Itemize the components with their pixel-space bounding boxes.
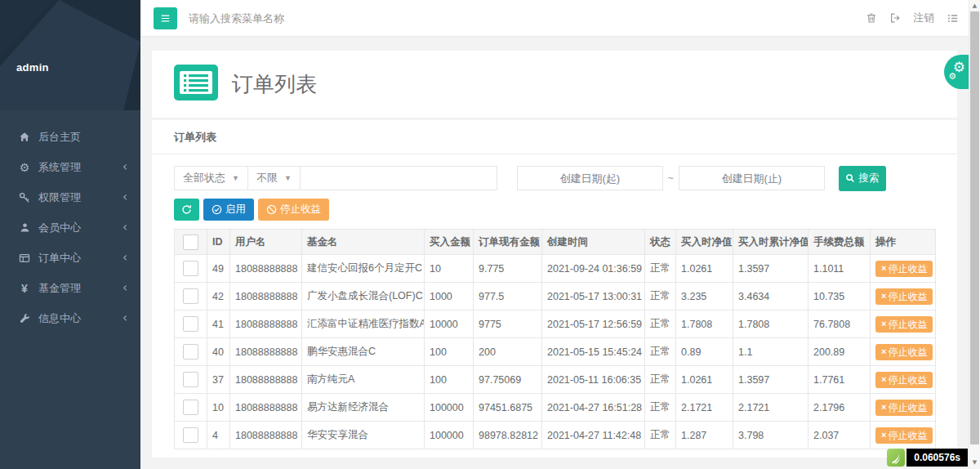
row-checkbox-cell	[175, 394, 207, 422]
cell-fund: 南方纯元A	[302, 366, 425, 394]
scrollbar-down-arrow[interactable]: ▼	[969, 459, 980, 466]
stop-income-label: 停止收益	[888, 403, 927, 413]
user-icon	[18, 222, 31, 233]
cell-fund: 鹏华安惠混合C	[302, 338, 425, 366]
row-checkbox-cell	[175, 310, 207, 338]
stop-income-bulk-button[interactable]: 停止收益	[258, 199, 329, 221]
sign-out-icon[interactable]	[889, 12, 901, 24]
status-select[interactable]: 全部状态 ▼	[174, 166, 248, 190]
row-checkbox[interactable]	[183, 372, 198, 387]
cell-current_amount: 977.5	[474, 283, 542, 310]
cell-buy_amount: 100000	[425, 422, 474, 449]
scrollbar-thumb[interactable]	[970, 11, 979, 444]
stop-income-button[interactable]: ×停止收益	[875, 316, 933, 333]
cell-current_amount: 97.75069	[474, 366, 542, 394]
cell-id: 42	[207, 283, 230, 310]
column-header: 创建时间	[542, 230, 645, 255]
stop-income-button[interactable]: ×停止收益	[875, 261, 933, 277]
scrollbar-up-arrow[interactable]: ▲	[969, 2, 980, 9]
sidebar-item-label: 系统管理	[38, 160, 122, 175]
cogs-icon: ⚙	[18, 161, 31, 174]
cell-buy_amount: 100	[425, 366, 474, 394]
range-select[interactable]: 不限 ▼	[247, 166, 301, 190]
date-end-input[interactable]	[679, 166, 825, 190]
sidebar-item-label: 权限管理	[38, 190, 122, 205]
range-select-value: 不限	[256, 171, 278, 185]
row-checkbox[interactable]	[183, 400, 198, 415]
cell-current_amount: 98978.82812	[474, 422, 542, 449]
stop-income-button[interactable]: ×停止收益	[875, 400, 933, 416]
enable-button-label: 启用	[225, 203, 246, 217]
stop-income-button[interactable]: ×停止收益	[875, 344, 933, 360]
sidebar-item-label: 信息中心	[38, 311, 122, 326]
cell-fee: 2.037	[808, 422, 871, 449]
yen-icon: ¥	[18, 282, 31, 295]
cell-buy_amount: 1000	[425, 283, 474, 310]
column-header: 买入时净值	[676, 230, 733, 255]
keyword-input[interactable]	[300, 166, 497, 190]
search-button[interactable]: 搜索	[839, 166, 886, 191]
sidebar-item-7[interactable]: 信息中心‹	[0, 303, 140, 333]
stop-income-button[interactable]: ×停止收益	[875, 288, 933, 305]
stop-income-button[interactable]: ×停止收益	[875, 427, 933, 444]
sidebar-item-4[interactable]: 会员中心‹	[0, 212, 140, 243]
sidebar-item-3[interactable]: 权限管理‹	[0, 182, 140, 212]
column-header: 买入时累计净值	[733, 230, 808, 255]
sidebar-item-2[interactable]: ⚙系统管理‹	[0, 152, 140, 182]
row-checkbox[interactable]	[183, 344, 198, 360]
x-icon: ×	[881, 319, 886, 328]
cell-id: 37	[207, 366, 230, 394]
cell-nav: 1.7808	[676, 310, 733, 338]
sidebar-item-5[interactable]: 订单中心‹	[0, 243, 140, 273]
cell-created: 2021-04-27 16:51:28	[542, 394, 645, 422]
cell-id: 40	[207, 338, 230, 366]
chevron-left-icon: ‹	[122, 312, 127, 324]
cell-nav: 2.1721	[676, 394, 733, 422]
table-row: 4018088888888鹏华安惠混合C1002002021-05-15 15:…	[175, 338, 936, 366]
row-checkbox[interactable]	[183, 261, 198, 276]
enable-button[interactable]: 启用	[203, 199, 254, 221]
row-checkbox[interactable]	[183, 288, 198, 304]
cell-created: 2021-04-27 11:42:48	[542, 422, 645, 449]
cell-action: ×停止收益	[871, 255, 936, 283]
row-checkbox-cell	[175, 338, 207, 366]
table-row: 4918088888888建信安心回报6个月定开C109.7752021-09-…	[175, 255, 936, 283]
x-icon: ×	[881, 403, 886, 412]
cell-fund: 汇添富中证精准医疗指数A	[302, 310, 425, 338]
sidebar-item-label: 后台主页	[38, 130, 127, 145]
column-header: 用户名	[230, 230, 302, 255]
cell-username: 18088888888	[230, 366, 302, 394]
row-checkbox[interactable]	[183, 316, 198, 332]
sidebar-item-1[interactable]: 后台主页	[0, 122, 140, 152]
x-icon: ×	[881, 431, 886, 440]
cell-created: 2021-05-15 15:45:24	[542, 338, 645, 366]
chevron-down-icon: ▼	[284, 174, 292, 182]
order-list-panel: 订单列表 全部状态 ▼ 不限 ▼ ~ 搜索 启用 停止收益	[152, 120, 957, 458]
menu-search-input[interactable]	[187, 11, 452, 25]
logout-link[interactable]: 注销	[913, 11, 934, 25]
table-row: 418088888888华安安享混合10000098978.828122021-…	[175, 422, 936, 449]
ban-icon	[266, 204, 277, 215]
thinkphp-logo-icon[interactable]	[887, 449, 905, 467]
page-load-time-badge[interactable]: 0.060576s	[906, 449, 968, 467]
select-all-checkbox[interactable]	[183, 234, 198, 250]
stop-income-button[interactable]: ×停止收益	[875, 372, 933, 388]
trash-icon[interactable]	[866, 12, 877, 24]
cell-id: 49	[207, 255, 230, 283]
cell-buy_amount: 100	[425, 338, 474, 366]
home-icon	[18, 132, 31, 143]
chevron-left-icon: ‹	[122, 161, 127, 173]
row-checkbox[interactable]	[183, 427, 198, 443]
table-toolbar: 启用 停止收益	[174, 199, 329, 221]
search-icon	[845, 173, 855, 183]
sidebar-item-6[interactable]: ¥基金管理‹	[0, 273, 140, 303]
x-icon: ×	[881, 347, 886, 356]
nav-list-icon[interactable]	[947, 12, 959, 25]
refresh-button[interactable]	[174, 199, 199, 221]
chevron-left-icon: ‹	[122, 221, 127, 234]
chevron-left-icon: ‹	[122, 252, 127, 264]
search-button-label: 搜索	[858, 172, 879, 185]
date-start-input[interactable]	[517, 166, 663, 190]
hamburger-menu-button[interactable]	[154, 7, 177, 29]
refresh-icon	[181, 204, 192, 215]
